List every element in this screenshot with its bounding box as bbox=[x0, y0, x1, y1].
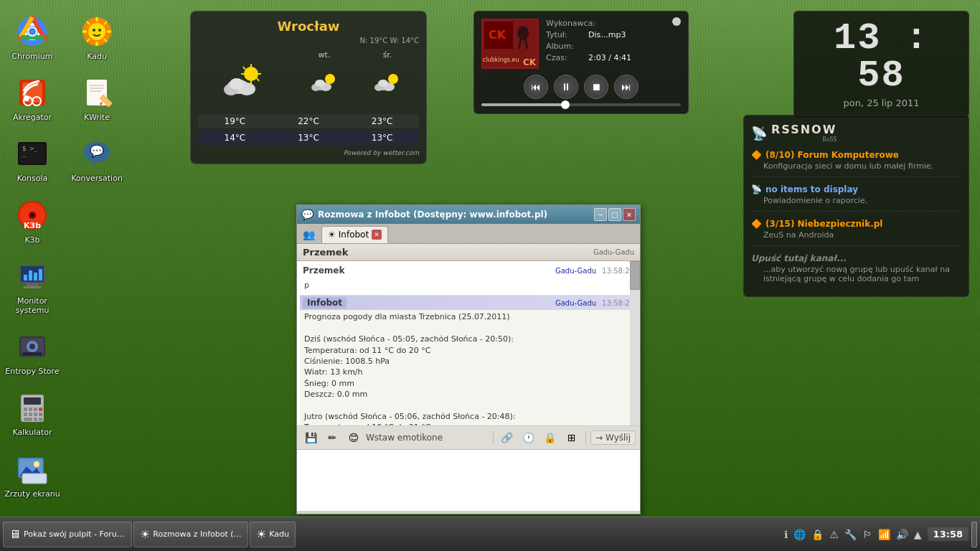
music-close-btn[interactable] bbox=[672, 17, 681, 26]
icon-kwrite[interactable]: KWrite bbox=[65, 70, 129, 128]
taskbar-show-desktop-strip[interactable] bbox=[971, 522, 977, 547]
chat-msg-przemek-sender: Przemek bbox=[303, 265, 344, 276]
rss-widget: 📡 RSSNOW B∂SS 🔶 (8/10) Forum Komputerowe… bbox=[743, 115, 969, 297]
chat-toolbar-sep-2 bbox=[585, 430, 586, 445]
svg-rect-42 bbox=[34, 413, 37, 416]
rss-item-3[interactable]: Upuść tutaj kanał... ...aby utworzyć now… bbox=[751, 253, 961, 289]
icon-akregator[interactable]: Akregator bbox=[0, 70, 65, 128]
konsola-label: Konsola bbox=[17, 174, 48, 183]
chat-toolbar-save-btn[interactable]: 💾 bbox=[301, 429, 320, 446]
svg-text:K3b: K3b bbox=[24, 221, 41, 230]
taskbar-kadu-btn[interactable]: ☀ Kadu bbox=[250, 522, 296, 547]
rss-item-0-link[interactable]: (8/10) Forum Komputerowe bbox=[765, 150, 899, 160]
tray-flag-icon[interactable]: 🏳 bbox=[861, 527, 874, 542]
music-progress-thumb[interactable] bbox=[561, 100, 570, 109]
svg-text:💬: 💬 bbox=[90, 144, 104, 158]
tray-lock-icon[interactable]: 🔒 bbox=[810, 527, 825, 542]
svg-rect-37 bbox=[29, 408, 32, 411]
weather-tue-icon bbox=[293, 72, 356, 100]
svg-point-93 bbox=[388, 74, 398, 84]
chat-input[interactable] bbox=[297, 450, 640, 511]
tray-wifi-icon[interactable]: 📶 bbox=[877, 527, 892, 542]
svg-rect-23 bbox=[24, 286, 41, 288]
rss-item-1-title: 📡 no items to display bbox=[751, 184, 961, 194]
konsola-icon: _ $ >_ bbox=[15, 136, 50, 171]
chat-toolbar-emoji-btn[interactable]: 😊 bbox=[344, 429, 363, 446]
weather-today-icon bbox=[198, 64, 293, 108]
rss-item-2-link[interactable]: (3/15) Niebezpiecznik.pl bbox=[765, 219, 882, 229]
weather-days-row: wt. śr. bbox=[198, 50, 419, 60]
tray-earth-icon[interactable]: 🌐 bbox=[792, 527, 807, 542]
chat-title-buttons: − □ ✕ bbox=[594, 208, 636, 221]
weather-wed-label: śr. bbox=[356, 50, 419, 60]
chat-minimize-btn[interactable]: − bbox=[594, 208, 607, 221]
icon-monitor[interactable]: Monitor systemu bbox=[0, 253, 65, 321]
icon-kalkulator[interactable]: Kalkulator bbox=[0, 385, 65, 443]
svg-rect-24 bbox=[24, 275, 27, 281]
chromium-label: Chromium bbox=[11, 52, 52, 61]
music-prev-btn[interactable]: ⏮ bbox=[524, 75, 548, 99]
chat-close-btn[interactable]: ✕ bbox=[623, 208, 636, 221]
music-pause-btn[interactable]: ⏸ bbox=[554, 75, 578, 99]
svg-rect-25 bbox=[29, 270, 32, 281]
music-top: CK clubkings.eu Wykonawca: Tytuł: Dis...… bbox=[481, 19, 681, 69]
chat-title-text: Rozmowa z Infobot (Dostępny: www.infobot… bbox=[318, 209, 547, 220]
music-next-btn[interactable]: ⏭ bbox=[614, 75, 639, 99]
rss-item-1-link[interactable]: no items to display bbox=[765, 184, 858, 194]
k3b-label: K3b bbox=[24, 235, 39, 245]
icon-konsola[interactable]: _ $ >_ Konsola bbox=[0, 131, 65, 189]
svg-point-18 bbox=[31, 214, 34, 217]
taskbar-show-desktop-btn[interactable]: 🖥 Pokaż swój pulpit - Forum Kom... bbox=[3, 522, 132, 547]
clock-time: 13 : 58 bbox=[806, 20, 957, 95]
chat-toolbar-link-btn[interactable]: 🔗 bbox=[498, 429, 517, 446]
chat-send-btn[interactable]: → Wyślij bbox=[590, 430, 636, 445]
k3b-icon: K3b bbox=[15, 198, 50, 232]
tray-expand-icon[interactable]: ▲ bbox=[913, 527, 923, 542]
chat-maximize-btn[interactable]: □ bbox=[608, 208, 621, 221]
music-progress-bar[interactable] bbox=[481, 103, 681, 106]
chat-toolbar-clock-btn[interactable]: 🕐 bbox=[519, 429, 538, 446]
chat-tab-close-btn[interactable]: ✕ bbox=[372, 230, 382, 240]
taskbar-show-desktop-label: Pokaż swój pulpit - Forum Kom... bbox=[24, 529, 126, 539]
tray-tools-icon[interactable]: 🔧 bbox=[843, 527, 858, 542]
chat-messages[interactable]: Przemek Gadu-Gadu 13:58:28 p Infobot Gad… bbox=[297, 261, 640, 426]
chat-msg-przemek-network[interactable]: Gadu-Gadu bbox=[555, 267, 596, 275]
music-title-label: Tytuł: bbox=[546, 30, 585, 39]
rss-item-2-desc: ZeuS na Androida bbox=[751, 230, 961, 240]
tray-info-icon[interactable]: ℹ bbox=[783, 527, 789, 542]
icon-konversation[interactable]: 💬 Konversation bbox=[65, 131, 129, 189]
chat-toolbar-pen-btn[interactable]: ✏ bbox=[323, 429, 341, 446]
rss-item-0-icon: 🔶 bbox=[751, 150, 762, 160]
chat-scrollbar-thumb[interactable] bbox=[630, 261, 640, 290]
weather-low-temps: 14°C 13°C 13°C bbox=[198, 131, 419, 145]
chat-scrollbar[interactable] bbox=[630, 261, 640, 425]
rss-item-0-desc: Konfiguracja sieci w domu lub małej firm… bbox=[751, 161, 961, 171]
svg-point-83 bbox=[230, 78, 244, 90]
tray-volume-icon[interactable]: 🔊 bbox=[895, 527, 910, 542]
chat-tab-list-icon[interactable]: 👥 bbox=[300, 226, 317, 243]
taskbar-clock[interactable]: 13:58 bbox=[928, 527, 969, 541]
chat-toolbar-grid-btn[interactable]: ⊞ bbox=[562, 429, 581, 446]
chat-tab-infobot[interactable]: ☀ Infobot ✕ bbox=[321, 226, 388, 243]
icon-chromium[interactable]: Chromium bbox=[0, 9, 65, 67]
icon-zrzuty[interactable]: Zrzuty ekranu bbox=[0, 446, 65, 504]
icon-entropy[interactable]: Entropy Store bbox=[0, 324, 65, 382]
weather-low-2: 13°C bbox=[345, 133, 419, 143]
icon-k3b[interactable]: K3b K3b bbox=[0, 192, 65, 250]
weather-powered[interactable]: Powered by wetter.com bbox=[198, 149, 419, 156]
music-stop-btn[interactable]: ⏹ bbox=[584, 75, 608, 99]
chat-toolbar-lock-btn[interactable]: 🔒 bbox=[541, 429, 560, 446]
entropy-icon bbox=[15, 329, 50, 364]
chat-toolbar: 💾 ✏ 😊 Wstaw emotikone 🔗 🕐 🔒 ⊞ → Wyślij bbox=[297, 426, 640, 450]
rss-drop-label[interactable]: Upuść tutaj kanał... bbox=[751, 253, 847, 263]
svg-point-92 bbox=[378, 80, 388, 87]
music-info: Wykonawca: Tytuł: Dis...mp3 Album: Czas:… bbox=[546, 19, 681, 69]
monitor-icon bbox=[15, 259, 50, 293]
taskbar-chat-label: Rozmowa z Infobot (Dostęp... bbox=[153, 529, 242, 539]
taskbar-chat-btn[interactable]: ☀ Rozmowa z Infobot (Dostęp... bbox=[133, 522, 248, 547]
chat-msg-infobot-network[interactable]: Gadu-Gadu bbox=[555, 299, 596, 307]
music-artist-label: Wykonawca: bbox=[546, 19, 595, 28]
chat-toolbar-sep-1 bbox=[493, 430, 494, 445]
icon-kadu[interactable]: Kadu bbox=[65, 9, 129, 67]
tray-alert-icon[interactable]: ⚠ bbox=[828, 527, 840, 542]
